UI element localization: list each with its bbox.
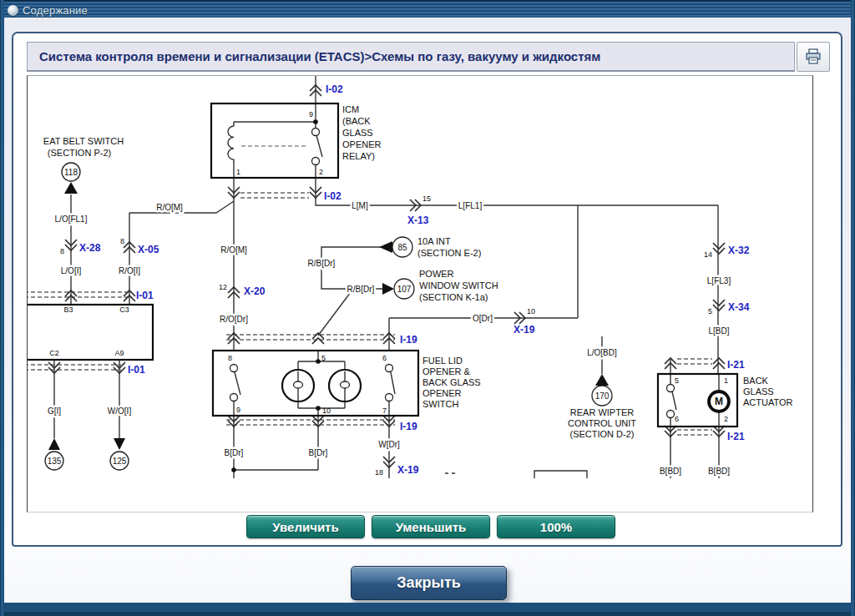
label-x19-mid: X-19	[514, 324, 535, 336]
label-x28: X-28	[79, 242, 101, 254]
ref-135: 135	[48, 457, 62, 466]
title-bar[interactable]: Содержание	[0, 0, 855, 18]
pin-act-1: 1	[724, 376, 728, 385]
pin-x32-14: 14	[704, 250, 712, 259]
printer-icon	[804, 48, 822, 65]
pin-sw-6: 6	[382, 354, 387, 362]
pin-sw-5: 5	[321, 354, 326, 362]
fuel-lid-switch-box	[213, 351, 418, 416]
pin-x28-8: 8	[60, 247, 64, 255]
pin-x20-12: 12	[219, 283, 227, 291]
arrow-up	[64, 182, 78, 194]
seat-belt-switch-label: EAT BELT SWITCH	[43, 136, 124, 146]
label-x20: X-20	[244, 285, 266, 297]
wiper-label-1: REAR WIPTER	[570, 407, 634, 417]
wire-ro-m-v: R/O[M]	[220, 245, 247, 255]
arrow-up	[595, 374, 609, 386]
wire-l-fl1: L[FL1]	[458, 201, 483, 210]
fuel-lid-label-5: SWITCH	[422, 399, 458, 409]
breadcrumb-title: Система контроля времени и сигнализации …	[28, 43, 794, 63]
label-x34: X-34	[728, 301, 750, 313]
fuel-lid-label-1: FUEL LID	[422, 356, 463, 366]
pin-sw-9: 9	[236, 406, 240, 414]
relay-label-1: ICM	[342, 104, 359, 114]
wire-w-dr: W[Dr]	[378, 440, 400, 449]
breadcrumb-bar: Система контроля времени и сигнализации …	[27, 42, 795, 72]
label-x19-bottom: X-19	[397, 464, 419, 476]
seat-belt-switch-section: (SECTION P-2)	[48, 148, 111, 158]
pw-switch-label-3: (SECTION K-1a)	[419, 292, 488, 302]
label-i21-top: I-21	[727, 359, 745, 371]
pin-a9: A9	[114, 349, 124, 357]
window-border-left	[0, 0, 4, 616]
actuator-label-2: GLASS	[743, 386, 774, 396]
pin-relay-9: 9	[309, 110, 313, 119]
ref-125: 125	[113, 457, 127, 466]
wire-l-bd: L[BD]	[708, 326, 729, 336]
wire-lo-fl1: L/O[FL1]	[55, 215, 88, 224]
arrow-down	[114, 438, 125, 450]
pw-switch-label-1: POWER	[419, 269, 454, 279]
ref-107: 107	[397, 285, 412, 294]
app-window: Содержание Система контроля времени и си…	[0, 0, 855, 616]
fuel-lid-label-2: OPENER &	[422, 366, 471, 376]
wire-rb-dr-h: R/B[Dr]	[347, 285, 375, 294]
wire-g-i: G[I]	[48, 406, 61, 416]
window-border-bottom-edge	[0, 612, 855, 616]
label-x13: X-13	[407, 215, 429, 226]
pin-sw-7: 7	[382, 406, 387, 415]
zoom-out-button[interactable]: Уменьшить	[372, 515, 490, 538]
ref-85: 85	[397, 243, 407, 252]
wire-lo-i: L/O[I]	[61, 266, 82, 275]
print-button[interactable]	[797, 42, 830, 72]
pin-act-5: 5	[675, 376, 679, 385]
motor-m: M	[715, 396, 723, 407]
relay-label-4: OPENER	[342, 139, 382, 149]
wiper-label-2: CONTROL UNIT	[568, 418, 636, 428]
wiper-label-3: (SECTION D-2)	[570, 429, 635, 439]
pin-act-6: 6	[675, 415, 679, 423]
fuel-lid-label-4: OPENER	[422, 388, 462, 398]
relay-label-2: (BACK	[342, 116, 371, 126]
pin-sw-10: 10	[322, 406, 331, 415]
wire-o-dr: O[Dr]	[473, 314, 493, 323]
content-card: Система контроля времени и сигнализации …	[12, 32, 842, 547]
wire-ro-i: R/O[I]	[119, 266, 140, 275]
wire-l-m: L[M]	[352, 201, 368, 210]
wire-b-bd-1: B[BD]	[660, 467, 681, 476]
pin-c3: C3	[119, 305, 129, 314]
relay-contact	[312, 129, 320, 136]
pin-b3: B3	[63, 305, 73, 314]
wire-wo-i: W/O[I]	[108, 406, 132, 416]
window-border-bottom	[0, 603, 855, 612]
label-x32: X-32	[728, 245, 750, 256]
pin-x13-15: 15	[422, 194, 431, 203]
close-button[interactable]: Закрыть	[351, 566, 507, 600]
zoom-in-button[interactable]: Увеличить	[246, 515, 365, 538]
actuator-label-1: BACK	[743, 376, 769, 386]
wire-ro-m-h: R/O[M]	[156, 203, 183, 212]
zoom-reset-button[interactable]: 100%	[497, 515, 615, 538]
label-i02-bottom: I-02	[324, 190, 341, 202]
relay-box	[211, 104, 338, 178]
app-sphere-icon	[8, 5, 18, 16]
pin-x19-10: 10	[527, 307, 535, 316]
fuse-label-1: 10A INT	[417, 236, 451, 246]
fuse-label-2: (SECTION E-2)	[417, 248, 481, 258]
label-x05: X-05	[138, 244, 159, 255]
arrow-up	[48, 438, 60, 450]
ref-118: 118	[64, 168, 78, 177]
wire-ro-dr: R/O[Dr]	[220, 315, 248, 324]
label-i19-bottom: I-19	[400, 421, 417, 432]
pin-relay-2: 2	[319, 168, 323, 176]
relay-label-3: GLASS	[342, 128, 373, 138]
arrow-left	[379, 241, 392, 253]
label-i01-top: I-01	[136, 290, 154, 301]
window-title: Содержание	[23, 4, 88, 17]
pin-x19-18: 18	[375, 468, 383, 477]
pw-switch-label-2: WINDOW SWITCH	[419, 280, 498, 290]
label-i01-bottom: I-01	[128, 364, 145, 376]
pin-x05-8: 8	[120, 237, 124, 245]
pin-act-2: 2	[724, 415, 728, 423]
pin-sw-8: 8	[228, 354, 232, 362]
